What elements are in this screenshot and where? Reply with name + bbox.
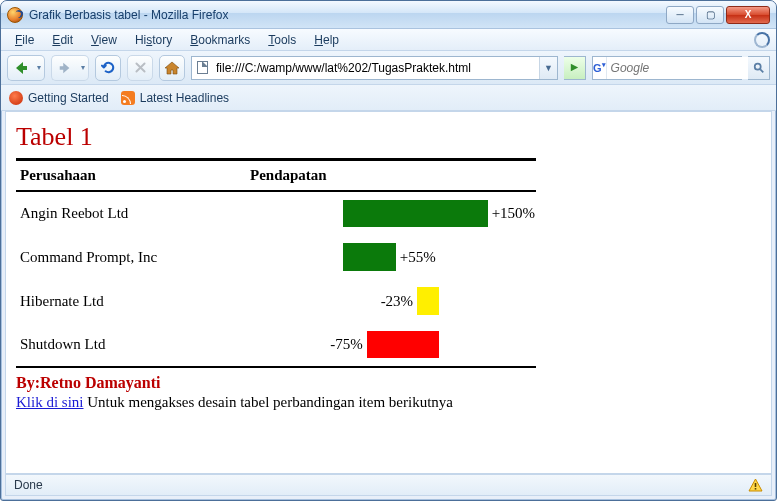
bar-label: +150%	[488, 205, 539, 222]
forward-button[interactable]	[51, 55, 77, 81]
svg-rect-1	[755, 483, 757, 487]
graph-cell: -23%	[246, 279, 536, 323]
menu-help[interactable]: Help	[306, 31, 347, 49]
company-cell: Shutdown Ltd	[16, 323, 246, 367]
search-icon	[753, 62, 765, 74]
table-row: Angin Reebot Ltd+150%	[16, 191, 536, 235]
graph-cell: +55%	[246, 235, 536, 279]
bar-label: -23%	[377, 293, 418, 310]
bookmark-icon	[9, 91, 23, 105]
menu-tools[interactable]: Tools	[260, 31, 304, 49]
bar	[417, 287, 439, 315]
reload-button[interactable]	[95, 55, 121, 81]
menu-edit[interactable]: Edit	[44, 31, 81, 49]
firefox-icon	[7, 7, 23, 23]
bookmark-getting-started[interactable]: Getting Started	[9, 91, 109, 105]
bar	[343, 200, 488, 227]
graph-cell: +150%	[246, 191, 536, 235]
company-cell: Angin Reebot Ltd	[16, 191, 246, 235]
arrow-left-icon	[13, 60, 29, 76]
maximize-button[interactable]: ▢	[696, 6, 724, 24]
page-icon	[192, 57, 212, 79]
next-link[interactable]: Klik di sini	[16, 394, 84, 410]
bookmarks-toolbar: Getting Started Latest Headlines	[1, 85, 776, 111]
home-button[interactable]	[159, 55, 185, 81]
data-table: Perusahaan Pendapatan Angin Reebot Ltd+1…	[16, 158, 536, 368]
go-icon	[569, 62, 580, 73]
bar-label: -75%	[326, 336, 367, 353]
company-cell: Command Prompt, Inc	[16, 235, 246, 279]
activity-throbber-icon	[754, 32, 770, 48]
window-frame: Grafik Berbasis tabel - Mozilla Firefox …	[0, 0, 777, 501]
svg-point-0	[754, 63, 760, 69]
url-input[interactable]	[212, 57, 539, 79]
svg-rect-2	[755, 488, 757, 490]
menu-bookmarks[interactable]: Bookmarks	[182, 31, 258, 49]
col-header-company: Perusahaan	[16, 160, 246, 192]
url-dropdown[interactable]: ▼	[539, 57, 557, 79]
window-title: Grafik Berbasis tabel - Mozilla Firefox	[29, 8, 228, 22]
graph-cell: -75%	[246, 323, 536, 367]
bookmark-label: Latest Headlines	[140, 91, 229, 105]
minimize-button[interactable]: ─	[666, 6, 694, 24]
bookmark-label: Getting Started	[28, 91, 109, 105]
table-row: Hibernate Ltd-23%	[16, 279, 536, 323]
statusbar: Done	[5, 474, 772, 496]
forward-history-dropdown[interactable]: ▾	[77, 55, 89, 81]
col-header-income: Pendapatan	[246, 160, 536, 192]
url-bar: ▼	[191, 56, 558, 80]
next-link-line: Klik di sini Untuk mengakses desain tabe…	[16, 394, 761, 411]
page-title: Tabel 1	[16, 122, 761, 152]
status-text: Done	[14, 478, 43, 492]
close-button[interactable]: X	[726, 6, 770, 24]
back-history-dropdown[interactable]: ▾	[33, 55, 45, 81]
bar-label: +55%	[396, 249, 440, 266]
company-cell: Hibernate Ltd	[16, 279, 246, 323]
search-input[interactable]	[607, 57, 766, 79]
stop-button[interactable]	[127, 55, 153, 81]
search-engine-button[interactable]: G▾	[593, 57, 607, 79]
content-viewport: Tabel 1 Perusahaan Pendapatan Angin Reeb…	[5, 111, 772, 474]
bookmark-latest-headlines[interactable]: Latest Headlines	[121, 91, 229, 105]
bar	[367, 331, 440, 358]
bar	[343, 243, 396, 271]
menubar: File Edit View History Bookmarks Tools H…	[1, 29, 776, 51]
home-icon	[164, 60, 180, 76]
warning-icon	[748, 478, 763, 492]
next-link-tail: Untuk mengakses desain tabel perbandinga…	[84, 394, 453, 410]
table-row: Command Prompt, Inc+55%	[16, 235, 536, 279]
byline: By:Retno Damayanti	[16, 374, 761, 392]
search-bar: G▾	[592, 56, 742, 80]
reload-icon	[101, 60, 116, 75]
menu-file[interactable]: File	[7, 31, 42, 49]
titlebar: Grafik Berbasis tabel - Mozilla Firefox …	[1, 1, 776, 29]
menu-history[interactable]: History	[127, 31, 180, 49]
back-button[interactable]	[7, 55, 33, 81]
arrow-right-icon	[58, 61, 72, 75]
go-button[interactable]	[564, 56, 586, 80]
menu-view[interactable]: View	[83, 31, 125, 49]
nav-toolbar: ▾ ▾ ▼ G▾	[1, 51, 776, 85]
table-row: Shutdown Ltd-75%	[16, 323, 536, 367]
rss-icon	[121, 91, 135, 105]
stop-icon	[134, 61, 147, 74]
search-button[interactable]	[748, 56, 770, 80]
